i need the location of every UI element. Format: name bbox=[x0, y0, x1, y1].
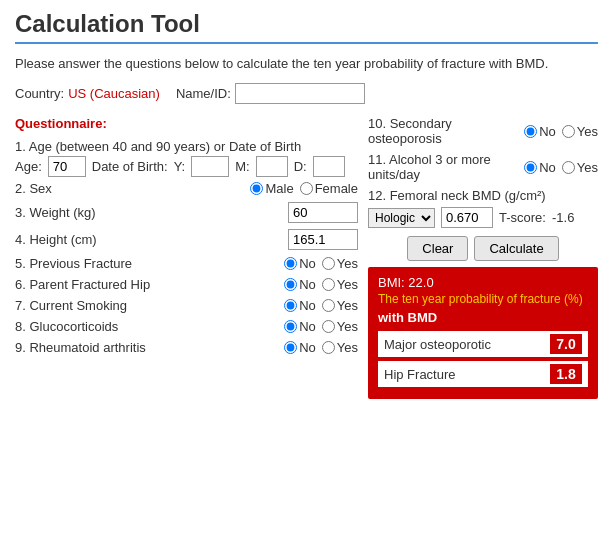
q6-no-radio[interactable] bbox=[284, 278, 297, 291]
q7-yes-radio[interactable] bbox=[322, 299, 335, 312]
sex-female-label[interactable]: Female bbox=[300, 181, 358, 196]
q2-sex-radio: Male Female bbox=[250, 181, 358, 196]
q6-row: 6. Parent Fractured Hip No Yes bbox=[15, 277, 358, 292]
q5-no-radio[interactable] bbox=[284, 257, 297, 270]
prob-text: The ten year probability of fracture (%) bbox=[378, 292, 588, 306]
top-row: Country: US (Caucasian) Name/ID: bbox=[15, 83, 598, 104]
height-input[interactable] bbox=[288, 229, 358, 250]
q2-label: 2. Sex bbox=[15, 181, 250, 196]
name-id-input[interactable] bbox=[235, 83, 365, 104]
result-major-label: Major osteoporotic bbox=[384, 337, 550, 352]
q10-no-label[interactable]: No bbox=[524, 124, 556, 139]
country-link[interactable]: US (Caucasian) bbox=[68, 86, 160, 101]
bmd-value-input[interactable] bbox=[441, 207, 493, 228]
q7-yes-label[interactable]: Yes bbox=[322, 298, 358, 313]
sex-female-radio[interactable] bbox=[300, 182, 313, 195]
q11-row: 11. Alcohol 3 or more units/day No Yes bbox=[368, 152, 598, 182]
main-content: Questionnaire: 1. Age (between 40 and 90… bbox=[15, 116, 598, 399]
q4-label: 4. Height (cm) bbox=[15, 232, 288, 247]
sex-male-radio[interactable] bbox=[250, 182, 263, 195]
dob-m-input[interactable] bbox=[256, 156, 288, 177]
q10-yes-radio[interactable] bbox=[562, 125, 575, 138]
tscore-label: T-score: bbox=[499, 210, 546, 225]
q11-label: 11. Alcohol 3 or more units/day bbox=[368, 152, 516, 182]
q7-no-radio[interactable] bbox=[284, 299, 297, 312]
q3-label: 3. Weight (kg) bbox=[15, 205, 288, 220]
questionnaire-title: Questionnaire: bbox=[15, 116, 358, 131]
q12-label: 12. Femoral neck BMD (g/cm²) bbox=[368, 188, 598, 203]
right-column: 10. Secondary osteoporosis No Yes 11. Al… bbox=[368, 116, 598, 399]
age-label: Age: bbox=[15, 159, 42, 174]
q5-label: 5. Previous Fracture bbox=[15, 256, 284, 271]
q8-yes-radio[interactable] bbox=[322, 320, 335, 333]
q8-row: 8. Glucocorticoids No Yes bbox=[15, 319, 358, 334]
q5-row: 5. Previous Fracture No Yes bbox=[15, 256, 358, 271]
q11-yes-label[interactable]: Yes bbox=[562, 160, 598, 175]
bmi-text: BMI: 22.0 bbox=[378, 275, 588, 290]
q8-radio: No Yes bbox=[284, 319, 358, 334]
q5-radio: No Yes bbox=[284, 256, 358, 271]
q9-yes-radio[interactable] bbox=[322, 341, 335, 354]
q8-no-radio[interactable] bbox=[284, 320, 297, 333]
results-box: BMI: 22.0 The ten year probability of fr… bbox=[368, 267, 598, 399]
q10-radio: No Yes bbox=[524, 124, 598, 139]
q9-no-radio[interactable] bbox=[284, 341, 297, 354]
q5-yes-radio[interactable] bbox=[322, 257, 335, 270]
left-column: Questionnaire: 1. Age (between 40 and 90… bbox=[15, 116, 358, 399]
q10-label: 10. Secondary osteoporosis bbox=[368, 116, 516, 146]
with-bmd-label: with BMD bbox=[378, 310, 588, 325]
q5-no-label[interactable]: No bbox=[284, 256, 316, 271]
q12-section: 12. Femoral neck BMD (g/cm²) Hologic Lun… bbox=[368, 188, 598, 228]
tscore-value: -1.6 bbox=[552, 210, 574, 225]
q9-row: 9. Rheumatoid arthritis No Yes bbox=[15, 340, 358, 355]
bmd-device-select[interactable]: Hologic Lunar Other bbox=[368, 208, 435, 228]
title-divider bbox=[15, 42, 598, 44]
q9-no-label[interactable]: No bbox=[284, 340, 316, 355]
q6-yes-radio[interactable] bbox=[322, 278, 335, 291]
q7-row: 7. Current Smoking No Yes bbox=[15, 298, 358, 313]
result-hip-value: 1.8 bbox=[550, 364, 582, 384]
age-input[interactable] bbox=[48, 156, 86, 177]
q1-inputs: Age: Date of Birth: Y: M: D: bbox=[15, 156, 358, 177]
name-id-label: Name/ID: bbox=[176, 86, 231, 101]
dob-d-input[interactable] bbox=[313, 156, 345, 177]
result-major: Major osteoporotic 7.0 bbox=[378, 331, 588, 357]
y-label: Y: bbox=[174, 159, 186, 174]
intro-text: Please answer the questions below to cal… bbox=[15, 56, 598, 71]
q10-yes-label[interactable]: Yes bbox=[562, 124, 598, 139]
dob-label: Date of Birth: bbox=[92, 159, 168, 174]
dob-y-input[interactable] bbox=[191, 156, 229, 177]
q10-row: 10. Secondary osteoporosis No Yes bbox=[368, 116, 598, 146]
q8-no-label[interactable]: No bbox=[284, 319, 316, 334]
q11-no-radio[interactable] bbox=[524, 161, 537, 174]
d-label: D: bbox=[294, 159, 307, 174]
q1-age-section: 1. Age (between 40 and 90 years) or Date… bbox=[15, 139, 358, 177]
clear-button[interactable]: Clear bbox=[407, 236, 468, 261]
q11-radio: No Yes bbox=[524, 160, 598, 175]
q3-weight-row: 3. Weight (kg) bbox=[15, 202, 358, 223]
country-label: Country: bbox=[15, 86, 64, 101]
q11-yes-radio[interactable] bbox=[562, 161, 575, 174]
sex-male-label[interactable]: Male bbox=[250, 181, 293, 196]
q8-yes-label[interactable]: Yes bbox=[322, 319, 358, 334]
q7-label: 7. Current Smoking bbox=[15, 298, 284, 313]
q9-radio: No Yes bbox=[284, 340, 358, 355]
q5-yes-label[interactable]: Yes bbox=[322, 256, 358, 271]
page-title: Calculation Tool bbox=[15, 10, 598, 38]
q7-radio: No Yes bbox=[284, 298, 358, 313]
q1-label: 1. Age (between 40 and 90 years) or Date… bbox=[15, 139, 358, 154]
q9-label: 9. Rheumatoid arthritis bbox=[15, 340, 284, 355]
result-hip-label: Hip Fracture bbox=[384, 367, 550, 382]
q7-no-label[interactable]: No bbox=[284, 298, 316, 313]
q9-yes-label[interactable]: Yes bbox=[322, 340, 358, 355]
m-label: M: bbox=[235, 159, 249, 174]
q10-no-radio[interactable] bbox=[524, 125, 537, 138]
weight-input[interactable] bbox=[288, 202, 358, 223]
q6-label: 6. Parent Fractured Hip bbox=[15, 277, 284, 292]
q2-sex-row: 2. Sex Male Female bbox=[15, 181, 358, 196]
q6-yes-label[interactable]: Yes bbox=[322, 277, 358, 292]
q11-no-label[interactable]: No bbox=[524, 160, 556, 175]
calculate-button[interactable]: Calculate bbox=[474, 236, 558, 261]
q6-no-label[interactable]: No bbox=[284, 277, 316, 292]
q6-radio: No Yes bbox=[284, 277, 358, 292]
